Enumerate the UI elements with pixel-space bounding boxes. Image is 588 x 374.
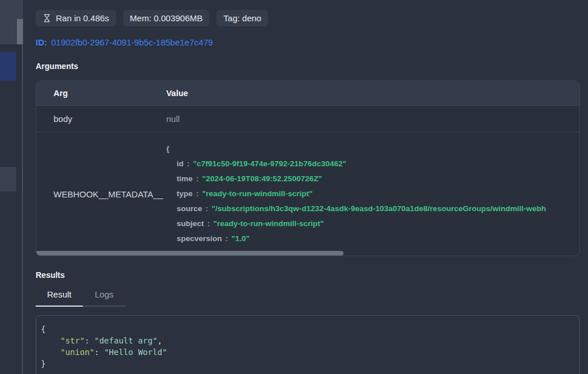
arg-name: WEBHOOK__METADATA__ xyxy=(36,142,166,246)
code-value: "default arg" xyxy=(94,336,158,345)
runtime-badge-label: Ran in 0.486s xyxy=(56,13,109,24)
json-colon: : xyxy=(187,159,190,168)
runtime-badge: Ran in 0.486s xyxy=(36,10,116,26)
code-entry: "str": "default arg", xyxy=(41,335,575,346)
table-horizontal-scrollbar-thumb[interactable] xyxy=(36,251,343,255)
table-horizontal-scrollbar xyxy=(36,251,579,255)
code-value: "Hello World" xyxy=(104,348,167,357)
arg-value: null xyxy=(166,114,579,124)
json-value: "2024-06-19T08:49:52.2500726Z" xyxy=(202,174,322,183)
json-entry: time:"2024-06-19T08:49:52.2500726Z" xyxy=(166,171,579,186)
tag-badge: Tag: deno xyxy=(216,10,268,26)
job-id-label: ID: xyxy=(36,37,47,47)
arg-column-header: Arg xyxy=(36,89,166,98)
job-stats-badges: Ran in 0.486s Mem: 0.003906MB Tag: deno xyxy=(36,10,580,26)
code-key: "union" xyxy=(60,348,94,357)
json-value: "/subscriptions/h3c3qw-d1232-4asdk-9easd… xyxy=(212,204,546,213)
code-key: "str" xyxy=(60,336,85,345)
table-row: WEBHOOK__METADATA__ { id:"c7f91c50-9f19-… xyxy=(36,132,579,255)
json-key: type xyxy=(177,189,193,198)
sidebar-item[interactable] xyxy=(0,19,16,44)
json-value: "1.0" xyxy=(231,234,250,243)
sidebar-item-active[interactable] xyxy=(0,52,16,81)
json-colon: : xyxy=(196,189,199,198)
json-entry: id:"c7f91c50-9f19-474e-9792-21b76dc30462… xyxy=(166,157,579,171)
json-open-brace: { xyxy=(166,142,579,157)
code-colon: : xyxy=(94,348,104,357)
json-key: specversion xyxy=(177,234,222,243)
results-title: Results xyxy=(36,270,580,280)
json-key: subject xyxy=(177,219,204,228)
hourglass-icon xyxy=(43,14,51,22)
json-key: source xyxy=(177,204,202,213)
result-json-block: { "str": "default arg", "union": "Hello … xyxy=(36,315,580,374)
job-id-value[interactable]: 01902fb0-2967-4091-9b5c-185be1e7c479 xyxy=(51,37,213,47)
json-colon: : xyxy=(205,204,208,213)
code-colon: : xyxy=(85,336,94,345)
memory-badge: Mem: 0.003906MB xyxy=(123,10,210,26)
job-id-line: ID:01902fb0-2967-4091-9b5c-185be1e7c479 xyxy=(36,37,580,47)
json-colon: : xyxy=(207,219,210,228)
json-entry: source:"/subscriptions/h3c3qw-d1232-4asd… xyxy=(166,201,579,216)
json-value: "c7f91c50-9f19-474e-9792-21b76dc30462" xyxy=(193,159,347,168)
sidebar-item[interactable] xyxy=(0,0,23,19)
arguments-title: Arguments xyxy=(36,62,580,71)
json-entry: type:"ready-to-run-windmill-script" xyxy=(166,186,579,201)
value-column-header: Value xyxy=(166,89,579,98)
arg-name: body xyxy=(36,114,166,124)
code-close-brace: } xyxy=(41,358,575,369)
json-value: "ready-to-run-windmill-script" xyxy=(213,219,324,228)
tab-logs[interactable]: Logs xyxy=(83,289,125,307)
arguments-table: Arg Value body null WEBHOOK__METADATA__ … xyxy=(36,81,580,256)
job-detail-panel: Ran in 0.486s Mem: 0.003906MB Tag: deno … xyxy=(24,0,588,374)
code-entry: "union": "Hello World" xyxy=(41,346,575,358)
code-open-brace: { xyxy=(41,323,575,335)
json-key: id xyxy=(177,159,184,168)
json-key: time xyxy=(177,174,193,183)
json-colon: : xyxy=(226,234,228,243)
json-colon: : xyxy=(196,174,199,183)
arguments-table-header: Arg Value xyxy=(36,81,579,106)
sidebar xyxy=(0,0,23,374)
json-entry: subject:"ready-to-run-windmill-script" xyxy=(166,216,579,231)
results-tabs: Result Logs xyxy=(36,289,580,307)
arg-name-label: WEBHOOK__METADATA__ xyxy=(54,189,163,199)
tab-result[interactable]: Result xyxy=(36,289,83,307)
metadata-json-viewer: { id:"c7f91c50-9f19-474e-9792-21b76dc304… xyxy=(166,142,579,246)
tag-badge-label: Tag: deno xyxy=(223,13,261,24)
table-row: body null xyxy=(36,106,579,132)
code-comma: , xyxy=(158,336,162,345)
json-value: "ready-to-run-windmill-script" xyxy=(202,189,312,198)
sidebar-scrollbar-thumb[interactable] xyxy=(17,19,23,44)
sidebar-item[interactable] xyxy=(0,167,16,192)
json-entry: specversion:"1.0" xyxy=(166,231,579,246)
memory-badge-label: Mem: 0.003906MB xyxy=(130,13,203,24)
